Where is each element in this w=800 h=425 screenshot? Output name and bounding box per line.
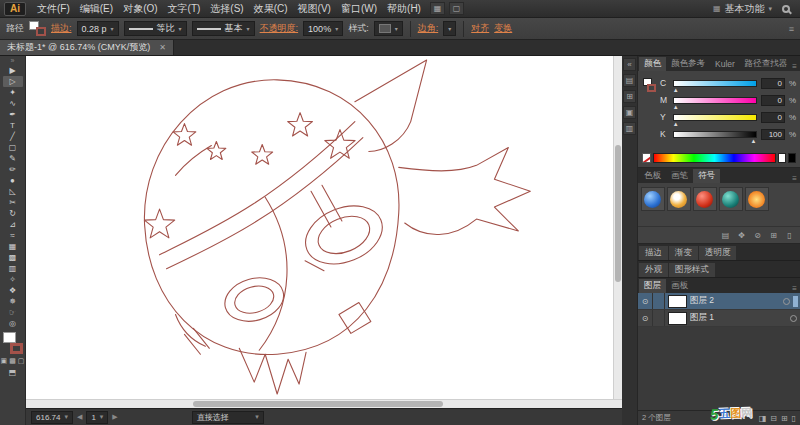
selection-tool[interactable]: ▶ — [3, 65, 23, 76]
slider-thumb[interactable]: ▲ — [751, 137, 757, 145]
vertical-scrollbar[interactable] — [613, 56, 622, 399]
lock-toggle[interactable] — [653, 293, 665, 309]
status-tool-display[interactable]: 直接选择 ▾ — [192, 411, 264, 424]
arrange-documents-icon[interactable]: ▦ — [430, 2, 445, 15]
artboard-select[interactable]: 1 ▾ — [86, 411, 108, 424]
color-mode-icon[interactable]: ▣ — [1, 357, 8, 365]
prev-artboard-icon[interactable]: ◀ — [77, 413, 82, 421]
none-mode-icon[interactable]: ▢ — [18, 357, 25, 365]
fill-stroke-swatches[interactable] — [29, 21, 46, 36]
screen-mode-menu-icon[interactable]: ▢ — [449, 2, 464, 15]
pathfinder-panel-icon[interactable]: ▣ — [623, 106, 636, 119]
close-icon[interactable]: ✕ — [159, 43, 166, 52]
symbol-dotted-ball[interactable] — [667, 187, 691, 211]
scissors-tool[interactable]: ✂ — [3, 197, 23, 208]
symbol-star-burst[interactable] — [745, 187, 769, 211]
new-sublayer-icon[interactable]: ⊟ — [770, 414, 777, 423]
tab-kuler[interactable]: Kuler — [710, 57, 740, 71]
pen-tool[interactable]: ✒ — [3, 109, 23, 120]
stroke-swatch[interactable] — [647, 84, 656, 92]
make-clip-mask-icon[interactable]: ◨ — [759, 414, 767, 423]
slider-thumb[interactable]: ▲ — [673, 86, 679, 94]
line-tool[interactable]: ╱ — [3, 131, 23, 142]
align-panel-icon[interactable]: ▥ — [623, 122, 636, 135]
rotate-tool[interactable]: ↻ — [3, 208, 23, 219]
stroke-swatch[interactable] — [10, 343, 23, 354]
corner-select[interactable]: ▾ — [443, 21, 456, 36]
new-layer-icon[interactable]: ⊞ — [781, 414, 788, 423]
channel-slider[interactable]: ▲ — [673, 97, 757, 104]
channel-value[interactable]: 0 — [761, 112, 785, 123]
tab-artboards[interactable]: 画板 — [666, 279, 693, 293]
menu-item[interactable]: 文字(T) — [163, 2, 206, 16]
tab-layers[interactable]: 图层 — [639, 279, 666, 293]
lock-toggle[interactable] — [653, 310, 665, 326]
stroke-swatch[interactable] — [36, 27, 46, 36]
color-spectrum[interactable] — [653, 153, 776, 163]
tab-swatches[interactable]: 色板 — [639, 169, 666, 183]
zoom-tool[interactable]: ◎ — [3, 318, 23, 329]
opacity-link[interactable]: 不透明度: — [260, 22, 299, 35]
visibility-toggle[interactable]: ⊙ — [638, 293, 653, 309]
tab-pathfinder[interactable]: 路径查找器 — [740, 57, 793, 71]
visibility-toggle[interactable]: ⊙ — [638, 310, 653, 326]
width-profile-select[interactable]: 等比 ▾ — [124, 21, 187, 36]
none-swatch[interactable] — [642, 153, 651, 163]
free-transform-tool[interactable]: ▦ — [3, 241, 23, 252]
white-swatch[interactable] — [778, 153, 786, 163]
paintbrush-tool[interactable]: ✎ — [3, 153, 23, 164]
collapsed-panel-tab[interactable]: 渐变 — [669, 246, 698, 260]
tab-symbols[interactable]: 符号 — [693, 169, 720, 183]
panel-menu-icon[interactable]: ≡ — [792, 62, 797, 71]
collapsed-panel-tab[interactable]: 图形样式 — [669, 263, 715, 277]
transform-link[interactable]: 变换 — [494, 22, 512, 35]
color-fill-stroke[interactable] — [642, 77, 657, 150]
vertical-scroll-thumb[interactable] — [615, 145, 621, 282]
blend-tool[interactable]: ❖ — [3, 285, 23, 296]
new-symbol-icon[interactable]: ⊞ — [767, 229, 780, 241]
menu-item[interactable]: 对象(O) — [118, 2, 162, 16]
symbol-red-orb[interactable] — [693, 187, 717, 211]
menu-item[interactable]: 选择(S) — [205, 2, 248, 16]
zoom-select[interactable]: 616.74 ▾ — [31, 411, 73, 424]
align-link[interactable]: 对齐 — [471, 22, 489, 35]
menu-item[interactable]: 效果(C) — [249, 2, 293, 16]
collapse-dock-icon[interactable]: « — [623, 58, 636, 71]
symbol-sprayer-tool[interactable]: ✵ — [3, 296, 23, 307]
eyedropper-tool[interactable]: ✧ — [3, 274, 23, 285]
gradient-tool[interactable]: ▥ — [3, 263, 23, 274]
layer-row[interactable]: ⊙ 图层 1 — [638, 310, 800, 327]
menu-item[interactable]: 编辑(E) — [75, 2, 118, 16]
magic-wand-tool[interactable]: ✦ — [3, 87, 23, 98]
direct-selection-tool[interactable]: ▷ — [3, 76, 23, 87]
tab-brushes[interactable]: 画笔 — [666, 169, 693, 183]
black-swatch[interactable] — [788, 153, 796, 163]
horizontal-scroll-thumb[interactable] — [193, 401, 443, 407]
width-tool[interactable]: ≈ — [3, 230, 23, 241]
slider-thumb[interactable]: ▲ — [673, 120, 679, 128]
layer-row[interactable]: ⊙ 图层 2 — [638, 293, 800, 310]
pencil-tool[interactable]: ✏ — [3, 164, 23, 175]
panel-menu-icon[interactable]: ≡ — [792, 174, 797, 183]
channel-slider[interactable]: ▲ — [673, 114, 757, 121]
expand-tools-icon[interactable]: » — [11, 56, 15, 65]
stroke-weight-input[interactable]: 0.28 p ▾ — [77, 21, 119, 36]
place-symbol-icon[interactable]: ✥ — [735, 229, 748, 241]
search-icon[interactable] — [782, 5, 790, 13]
style-select[interactable]: ▾ — [374, 21, 403, 36]
opacity-input[interactable]: 100% ▾ — [303, 21, 343, 36]
tool-fill-stroke-swatches[interactable] — [3, 332, 23, 354]
symbol-library-icon[interactable]: ▤ — [719, 229, 732, 241]
rectangle-tool[interactable]: ▢ — [3, 142, 23, 153]
collapsed-panel-tab[interactable]: 透明度 — [699, 246, 737, 260]
info-panel-icon[interactable]: ▤ — [623, 74, 636, 87]
channel-value[interactable]: 0 — [761, 95, 785, 106]
brush-definition-select[interactable]: 基本 ▾ — [192, 21, 255, 36]
panel-menu-icon[interactable]: ≡ — [792, 284, 797, 293]
menu-item[interactable]: 窗口(W) — [336, 2, 382, 16]
mesh-tool[interactable]: ▩ — [3, 252, 23, 263]
menu-item[interactable]: 文件(F) — [32, 2, 75, 16]
stroke-link[interactable]: 描边: — [51, 22, 72, 35]
canvas[interactable] — [26, 56, 622, 399]
fill-swatch[interactable] — [3, 332, 16, 343]
